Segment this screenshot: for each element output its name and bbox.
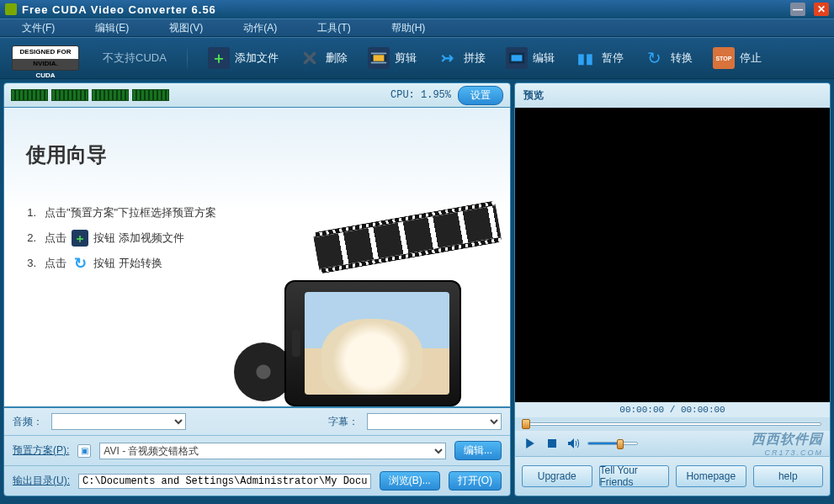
subtitle-select[interactable]	[367, 413, 502, 430]
svg-rect-1	[373, 55, 384, 61]
join-label: 拼接	[464, 50, 486, 66]
cpu-usage-bar: CPU: 1.95% 设置	[3, 82, 511, 108]
cpu-core-bar	[132, 89, 169, 101]
film-strip-icon	[312, 200, 502, 273]
cut-button[interactable]: 剪辑	[368, 47, 417, 69]
play-button[interactable]	[522, 436, 539, 451]
preview-title: 预览	[523, 88, 544, 103]
playback-controls: 西西软件园 CR173.COM	[514, 431, 831, 456]
convert-label: 转换	[671, 50, 693, 66]
menu-action[interactable]: 动作(A)	[231, 19, 289, 37]
phone-home-button-icon	[292, 330, 300, 357]
audio-track-select[interactable]	[51, 413, 186, 430]
watermark-url: CR173.COM	[643, 448, 823, 457]
output-dir-label: 输出目录(U):	[13, 474, 70, 488]
time-display: 00:00:00 / 00:00:00	[514, 402, 831, 417]
cuda-status-text: 不支持CUDA	[103, 50, 167, 66]
menu-file[interactable]: 文件(F)	[10, 19, 66, 37]
browse-button[interactable]: 浏览(B)...	[380, 471, 440, 491]
video-preview	[514, 108, 831, 402]
settings-button[interactable]: 设置	[458, 86, 503, 105]
upgrade-button[interactable]: Upgrade	[522, 465, 592, 487]
cut-label: 剪辑	[395, 50, 417, 66]
wizard-steps: 1. 点击"预置方案"下拉框选择预置方案 2. 点击 ＋ 按钮 添加视频文件 3…	[24, 200, 216, 276]
phone-body-icon	[284, 280, 461, 406]
cpu-core-bar	[92, 89, 129, 101]
preset-select[interactable]: AVI - 音视频交错格式	[99, 443, 446, 459]
preset-row: 预置方案(P): ▣ AVI - 音视频交错格式 编辑...	[4, 435, 510, 465]
preset-label: 预置方案(P):	[13, 443, 69, 458]
convert-icon: ↻	[72, 255, 88, 272]
edit-button[interactable]: 编辑	[506, 47, 555, 69]
slider-track	[523, 422, 821, 426]
filmstrip-icon	[368, 47, 390, 69]
add-file-button[interactable]: ＋ 添加文件	[208, 47, 279, 69]
menu-bar: 文件(F) 编辑(E) 视图(V) 动作(A) 工具(T) 帮助(H)	[0, 19, 834, 37]
output-dir-field[interactable]	[78, 474, 371, 489]
file-type-icon: ▣	[77, 444, 91, 458]
watermark-text: 西西软件园	[752, 432, 823, 446]
pause-button[interactable]: ▮▮ 暂停	[575, 47, 624, 69]
menu-tools[interactable]: 工具(T)	[305, 19, 362, 37]
convert-icon: ↻	[644, 47, 666, 69]
add-file-icon: ＋	[208, 47, 230, 69]
step-text-b: 按钮 添加视频文件	[93, 225, 184, 251]
cpu-core-bar	[11, 89, 48, 101]
volume-thumb[interactable]	[617, 439, 624, 449]
step-number: 1.	[24, 200, 36, 225]
wizard-step-3: 3. 点击 ↻ 按钮 开始转换	[24, 251, 216, 276]
stop-button[interactable]: STOP 停止	[713, 47, 762, 69]
help-button[interactable]: help	[753, 465, 824, 487]
stop-icon: STOP	[713, 47, 735, 69]
tell-friends-button[interactable]: Tell Your Friends	[599, 465, 670, 487]
wizard-step-1: 1. 点击"预置方案"下拉框选择预置方案	[24, 200, 216, 225]
step-text: 点击"预置方案"下拉框选择预置方案	[45, 200, 216, 225]
join-button[interactable]: ↣ 拼接	[437, 47, 486, 69]
slider-thumb[interactable]	[522, 419, 530, 429]
nvidia-badge: DESIGNED FOR NVIDIA. CUDA	[12, 45, 79, 71]
seek-slider[interactable]	[514, 417, 831, 431]
time-text: 00:00:00 / 00:00:00	[619, 405, 725, 415]
pause-label: 暂停	[602, 50, 624, 66]
right-footer: Upgrade Tell Your Friends Homepage help	[514, 456, 831, 496]
left-pane: CPU: 1.95% 设置 使用向导 1. 点击"预置方案"下拉框选择预置方案 …	[3, 82, 511, 496]
delete-button[interactable]: 删除	[299, 47, 348, 69]
volume-slider[interactable]	[587, 442, 638, 445]
volume-icon[interactable]	[566, 436, 582, 451]
audio-label: 音频：	[13, 415, 43, 429]
toolbar-separator	[187, 45, 188, 72]
delete-icon	[299, 47, 321, 69]
edit-label: 编辑	[533, 50, 555, 66]
svg-rect-5	[511, 55, 522, 61]
stop-label: 停止	[740, 50, 762, 66]
edit-preset-button[interactable]: 编辑...	[454, 441, 502, 460]
cpu-percent-text: CPU: 1.95%	[390, 89, 451, 101]
menu-help[interactable]: 帮助(H)	[380, 19, 438, 37]
audio-subtitle-row: 音频： 字幕：	[4, 408, 510, 435]
edit-icon	[506, 47, 528, 69]
nvidia-designed-for: DESIGNED FOR	[13, 46, 78, 58]
stop-playback-button[interactable]	[544, 436, 560, 451]
app-icon	[5, 3, 17, 15]
minimize-button[interactable]: —	[790, 3, 805, 16]
svg-rect-3	[371, 62, 386, 64]
nvidia-logo-text: NVIDIA.	[13, 58, 78, 70]
nvidia-cuda-text: CUDA	[13, 70, 78, 82]
convert-button[interactable]: ↻ 转换	[644, 47, 693, 69]
svg-rect-6	[548, 439, 556, 448]
main-area: CPU: 1.95% 设置 使用向导 1. 点击"预置方案"下拉框选择预置方案 …	[0, 79, 834, 500]
phone-screen	[305, 292, 449, 395]
step-number: 3.	[24, 251, 36, 276]
watermark: 西西软件园 CR173.COM	[643, 431, 823, 457]
wizard-step-2: 2. 点击 ＋ 按钮 添加视频文件	[24, 225, 216, 251]
join-icon: ↣	[437, 47, 459, 69]
right-pane: 预览 00:00:00 / 00:00:00 西西软件园	[514, 82, 831, 496]
homepage-button[interactable]: Homepage	[676, 465, 746, 487]
pause-icon: ▮▮	[575, 47, 597, 69]
open-dir-button[interactable]: 打开(O)	[449, 471, 502, 491]
title-bar: Free CUDA Video Converter 6.56 — ✕	[0, 0, 834, 19]
menu-view[interactable]: 视图(V)	[157, 19, 215, 37]
menu-edit[interactable]: 编辑(E)	[83, 19, 141, 37]
close-button[interactable]: ✕	[814, 3, 829, 16]
polar-bear-image	[321, 319, 422, 395]
